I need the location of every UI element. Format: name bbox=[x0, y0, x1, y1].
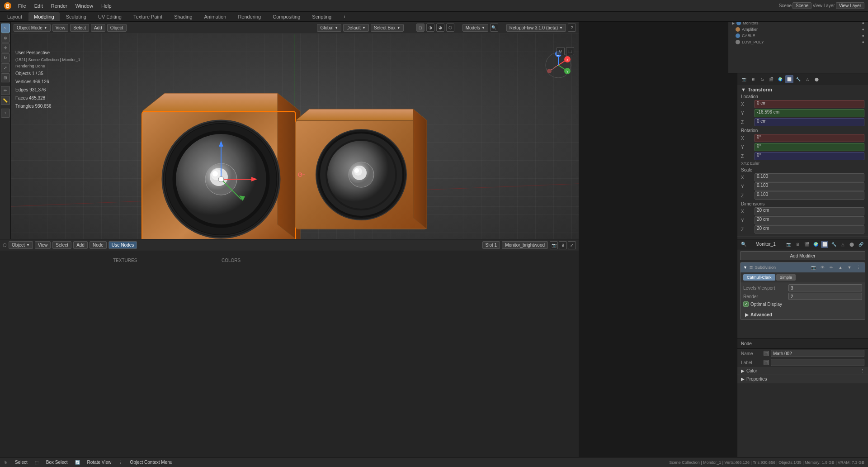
collection-low-poly[interactable]: LOW_POLY ● bbox=[728, 39, 868, 45]
prop-view-layer-icon[interactable]: 🗂 bbox=[758, 75, 766, 83]
node-render-btn[interactable]: 📷 bbox=[550, 241, 558, 249]
menu-edit[interactable]: Edit bbox=[31, 2, 47, 10]
viewport-view-btn[interactable]: View bbox=[52, 24, 69, 32]
location-z-input[interactable]: 0 cm bbox=[755, 118, 864, 126]
shading-wireframe-btn[interactable]: ⬡ bbox=[446, 24, 454, 32]
viewport-add-btn[interactable]: Add bbox=[91, 24, 105, 32]
mod-output-icon[interactable]: 🖥 bbox=[794, 241, 801, 248]
node-color-section[interactable]: ▶ Color ⋮ bbox=[737, 367, 868, 375]
menu-help[interactable]: Help bbox=[98, 2, 115, 10]
location-x-input[interactable]: 0 cm bbox=[755, 100, 864, 108]
speaker-left[interactable] bbox=[142, 93, 300, 239]
scale-z-input[interactable]: 0.100 bbox=[755, 191, 864, 200]
node-properties-section[interactable]: ▶ Properties bbox=[737, 375, 868, 383]
mod-menu-icon[interactable]: ⋮ bbox=[855, 264, 862, 271]
tool-measure[interactable]: 📏 bbox=[1, 96, 10, 105]
node-name-input[interactable]: Math.002 bbox=[771, 350, 864, 357]
tab-animation[interactable]: Animation bbox=[199, 12, 232, 21]
mod-data-icon[interactable]: △ bbox=[839, 241, 846, 248]
mod-object-icon[interactable]: ⬜ bbox=[821, 241, 828, 248]
prop-modifier-icon[interactable]: 🔧 bbox=[794, 75, 802, 83]
prop-render-icon[interactable]: 📷 bbox=[740, 75, 748, 83]
location-y-input[interactable]: -16.596 cm bbox=[755, 109, 864, 117]
catmull-clark-tab[interactable]: Catmull-Clark bbox=[743, 274, 775, 281]
pivot-selector[interactable]: Default ▼ bbox=[343, 24, 369, 32]
xray-btn[interactable]: ⬚ bbox=[566, 47, 574, 55]
node-add-btn[interactable]: Add bbox=[73, 241, 88, 249]
node-expand-btn[interactable]: ⤢ bbox=[568, 241, 576, 249]
tab-add[interactable]: + bbox=[338, 12, 351, 21]
advanced-section[interactable]: ▶ Advanced bbox=[742, 311, 863, 319]
shading-rendered-btn[interactable]: ◕ bbox=[436, 24, 444, 32]
search-btn[interactable]: 🔍 bbox=[490, 24, 498, 32]
tab-sculpting[interactable]: Sculpting bbox=[61, 12, 92, 21]
mod-modifier-icon[interactable]: 🔧 bbox=[830, 241, 837, 248]
mod-material-icon[interactable]: ⬤ bbox=[848, 241, 855, 248]
subdivision-modifier-header[interactable]: ▼ 〓 Subdivision 📷 👁 ✏ ▲ ▼ ⋮ bbox=[741, 262, 865, 272]
mod-scene-icon[interactable]: 🎬 bbox=[803, 241, 810, 248]
scale-x-input[interactable]: 0.100 bbox=[755, 173, 864, 181]
mod-down-icon[interactable]: ▼ bbox=[846, 264, 853, 271]
rotation-z-input[interactable]: 0° bbox=[755, 152, 864, 160]
node-object-selector[interactable]: Object ▼ bbox=[9, 241, 33, 249]
node-screen-btn[interactable]: 🖥 bbox=[559, 241, 567, 249]
prop-data-icon[interactable]: △ bbox=[803, 75, 811, 83]
addon-selector[interactable]: RetopoFlow 3.1.0 (beta) ▼ bbox=[506, 24, 566, 32]
viewport-canvas[interactable]: User Perspective (1521) Scene Collection… bbox=[11, 33, 579, 239]
select-mode-selector[interactable]: Select Box ▼ bbox=[371, 24, 404, 32]
modifier-search-icon[interactable]: 🔍 bbox=[741, 242, 746, 247]
mod-constraint-icon[interactable]: 🔗 bbox=[857, 241, 864, 248]
optimal-display-checkbox[interactable]: ✓ Optimal Display bbox=[743, 301, 782, 307]
tool-transform[interactable]: ⊞ bbox=[1, 73, 10, 82]
viewport-mode-selector[interactable]: Object Mode ▼ bbox=[14, 24, 51, 32]
node-select-btn[interactable]: Select bbox=[52, 241, 71, 249]
dim-y-input[interactable]: 20 cm bbox=[755, 216, 864, 224]
tool-select[interactable]: ↖ bbox=[1, 24, 10, 33]
tab-shading[interactable]: Shading bbox=[169, 12, 198, 21]
menu-render[interactable]: Render bbox=[47, 2, 71, 10]
rotation-y-input[interactable]: 0° bbox=[755, 143, 864, 151]
scene-selector[interactable]: Scene bbox=[793, 2, 811, 9]
tab-compositing[interactable]: Compositing bbox=[267, 12, 306, 21]
viewport-object-btn[interactable]: Object bbox=[107, 24, 127, 32]
prop-world-icon[interactable]: 🌍 bbox=[776, 75, 784, 83]
levels-viewport-input[interactable]: 3 bbox=[788, 284, 862, 291]
shading-material-btn[interactable]: ◑ bbox=[426, 24, 434, 32]
overlay-btn[interactable]: ⊙ bbox=[557, 47, 565, 55]
prop-scene-icon[interactable]: 🎬 bbox=[767, 75, 775, 83]
simple-tab[interactable]: Simple bbox=[776, 274, 796, 281]
prop-output-icon[interactable]: 🖥 bbox=[749, 75, 757, 83]
slot-selector[interactable]: Slot 1 bbox=[482, 241, 500, 249]
collection-cable[interactable]: CABLE ● bbox=[728, 33, 868, 39]
node-node-btn[interactable]: Node bbox=[90, 241, 107, 249]
prop-object-icon[interactable]: ⬜ bbox=[785, 75, 793, 83]
mod-eye-icon[interactable]: 👁 bbox=[819, 264, 826, 271]
node-label-input[interactable] bbox=[771, 359, 864, 366]
tool-move[interactable]: ✛ bbox=[1, 43, 10, 52]
add-modifier-button[interactable]: Add Modifier bbox=[740, 251, 865, 260]
use-nodes-toggle[interactable]: Use Nodes bbox=[108, 241, 137, 249]
tab-modeling[interactable]: Modeling bbox=[28, 12, 60, 21]
tab-layout[interactable]: Layout bbox=[2, 12, 28, 21]
dim-x-input[interactable]: 20 cm bbox=[755, 207, 864, 215]
node-view-btn[interactable]: View bbox=[35, 241, 51, 249]
engine-selector[interactable]: Models ▼ bbox=[462, 24, 488, 32]
color-section-options[interactable]: ⋮ bbox=[860, 369, 864, 373]
tool-annotate[interactable]: ✏ bbox=[1, 86, 10, 95]
scale-y-input[interactable]: 0.100 bbox=[755, 182, 864, 191]
menu-window[interactable]: Window bbox=[72, 2, 97, 10]
render-level-input[interactable]: 2 bbox=[788, 293, 862, 300]
tool-rotate[interactable]: ↻ bbox=[1, 53, 10, 62]
node-canvas[interactable]: TEXTURES COLORS Texture Coord. bbox=[0, 251, 579, 467]
tab-uv-editing[interactable]: UV Editing bbox=[93, 12, 127, 21]
mod-edit-icon[interactable]: ✏ bbox=[828, 264, 835, 271]
mod-world-icon[interactable]: 🌍 bbox=[812, 241, 819, 248]
addon-help-btn[interactable]: ? bbox=[568, 24, 576, 32]
mod-render-icon[interactable]: 📷 bbox=[785, 241, 792, 248]
viewport-select-btn[interactable]: Select bbox=[70, 24, 89, 32]
tab-scripting[interactable]: Scripting bbox=[307, 12, 337, 21]
rotation-x-input[interactable]: 0° bbox=[755, 134, 864, 142]
prop-material-icon[interactable]: ⬤ bbox=[812, 75, 821, 83]
tool-add[interactable]: + bbox=[1, 109, 10, 118]
shading-solid-btn[interactable]: ◻ bbox=[416, 24, 425, 32]
